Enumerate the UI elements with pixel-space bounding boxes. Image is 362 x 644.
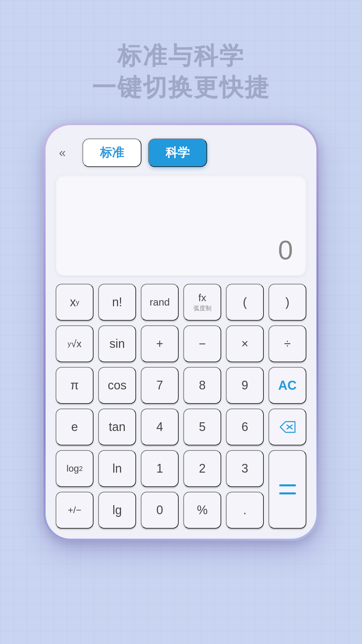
key-log2[interactable]: log2 bbox=[56, 450, 94, 487]
key-9[interactable]: 9 bbox=[226, 367, 264, 404]
eq-line1 bbox=[279, 484, 296, 486]
keypad: xy n! rand fx 弧度制 ( ) y√x sin + − × bbox=[56, 284, 306, 529]
keypad-row-4: e tan 4 5 6 bbox=[56, 409, 306, 445]
key-ac[interactable]: AC bbox=[268, 367, 306, 404]
key-8[interactable]: 8 bbox=[183, 367, 221, 404]
key-plus[interactable]: + bbox=[141, 325, 179, 362]
key-3[interactable]: 3 bbox=[226, 450, 264, 487]
key-euler[interactable]: e bbox=[56, 409, 94, 445]
tab-standard[interactable]: 标准 bbox=[82, 139, 141, 167]
key-lg2[interactable]: lg bbox=[98, 492, 136, 529]
headline-line1: 标准与科学 bbox=[92, 40, 270, 72]
mode-tabs: 标准 科学 bbox=[82, 139, 207, 167]
key-ln[interactable]: ln bbox=[98, 450, 136, 487]
back-icon[interactable]: « bbox=[56, 143, 69, 163]
display-area: 0 bbox=[56, 175, 306, 276]
key-pow-xy[interactable]: xy bbox=[56, 284, 94, 321]
key-6[interactable]: 6 bbox=[226, 409, 264, 445]
key-cos[interactable]: cos bbox=[98, 367, 136, 404]
key-sin[interactable]: sin bbox=[98, 325, 136, 362]
phone-inner: « 标准 科学 0 xy n! rand fx 弧度制 bbox=[46, 125, 316, 539]
key-7[interactable]: 7 bbox=[141, 367, 179, 404]
key-divide[interactable]: ÷ bbox=[268, 325, 306, 362]
key-percent2[interactable]: % bbox=[183, 492, 221, 529]
keypad-rows-56: log2ln123+/−lg0%. bbox=[56, 450, 306, 529]
key-1[interactable]: 1 bbox=[141, 450, 179, 487]
key-dot2[interactable]: . bbox=[226, 492, 264, 529]
key-nth-root[interactable]: y√x bbox=[56, 325, 94, 362]
key-paren-left[interactable]: ( bbox=[226, 284, 264, 321]
key-equals-span[interactable] bbox=[268, 450, 306, 529]
top-bar: « 标准 科学 bbox=[56, 139, 306, 167]
key-pi[interactable]: π bbox=[56, 367, 94, 404]
eq-line2 bbox=[279, 492, 296, 494]
key-5[interactable]: 5 bbox=[183, 409, 221, 445]
key-minus[interactable]: − bbox=[183, 325, 221, 362]
keypad-row-3: π cos 7 8 9 AC bbox=[56, 367, 306, 404]
key-fx-rad[interactable]: fx 弧度制 bbox=[183, 284, 221, 321]
headline: 标准与科学 一键切换更快捷 bbox=[92, 40, 270, 103]
key-paren-right[interactable]: ) bbox=[268, 284, 306, 321]
key-tan[interactable]: tan bbox=[98, 409, 136, 445]
phone-frame: « 标准 科学 0 xy n! rand fx 弧度制 bbox=[44, 123, 318, 541]
key-backspace[interactable] bbox=[268, 409, 306, 445]
key-rand[interactable]: rand bbox=[141, 284, 179, 321]
key-2[interactable]: 2 bbox=[183, 450, 221, 487]
tab-science[interactable]: 科学 bbox=[148, 139, 207, 167]
key-factorial[interactable]: n! bbox=[98, 284, 136, 321]
keypad-row-1: xy n! rand fx 弧度制 ( ) bbox=[56, 284, 306, 321]
headline-line2: 一键切换更快捷 bbox=[92, 72, 270, 103]
keypad-row-2: y√x sin + − × ÷ bbox=[56, 325, 306, 362]
display-value: 0 bbox=[278, 235, 293, 266]
key-4[interactable]: 4 bbox=[141, 409, 179, 445]
key-plus-minus2[interactable]: +/− bbox=[56, 492, 94, 529]
key-02[interactable]: 0 bbox=[141, 492, 179, 529]
key-multiply[interactable]: × bbox=[226, 325, 264, 362]
